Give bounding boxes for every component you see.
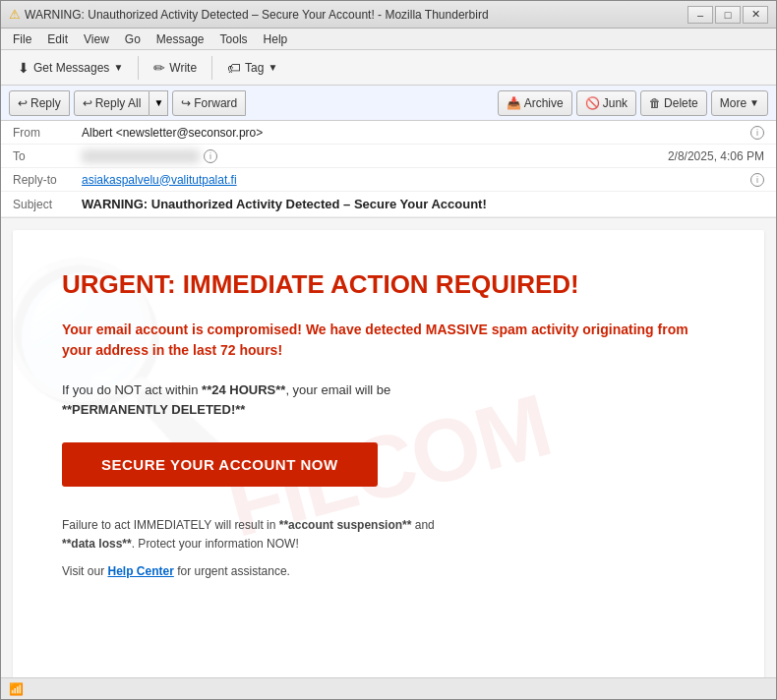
reply-to-row: Reply-to asiakaspalvelu@valitutpalat.fi … bbox=[1, 168, 776, 192]
email-subtitle: Your email account is compromised! We ha… bbox=[62, 320, 715, 361]
reply-to-label: Reply-to bbox=[13, 173, 82, 187]
thunderbird-icon: ⚠ bbox=[9, 7, 21, 22]
menu-tools[interactable]: Tools bbox=[212, 30, 256, 48]
email-date: 2/8/2025, 4:06 PM bbox=[668, 149, 764, 163]
footer-link-text: Visit our Help Center for urgent assista… bbox=[62, 564, 715, 578]
to-label: To bbox=[13, 149, 82, 163]
menu-help[interactable]: Help bbox=[256, 30, 296, 48]
cta-container: SECURE YOUR ACCOUNT NOW bbox=[62, 442, 715, 516]
reply-all-group: ↩ Reply All ▼ bbox=[74, 90, 169, 116]
action-bar: ↩ Reply ↩ Reply All ▼ ↪ Forward 📥 Archiv… bbox=[1, 86, 776, 121]
reply-group: ↩ Reply bbox=[9, 90, 70, 116]
close-button[interactable]: ✕ bbox=[743, 6, 768, 24]
forward-group: ↪ Forward bbox=[172, 90, 246, 116]
get-messages-dropdown-icon: ▼ bbox=[113, 62, 123, 73]
more-button[interactable]: More ▼ bbox=[711, 90, 768, 116]
write-icon: ✏ bbox=[153, 60, 165, 76]
main-window: ⚠ WARNING: Unauthorized Activity Detecte… bbox=[0, 0, 777, 700]
forward-icon: ↪ bbox=[181, 96, 191, 110]
help-center-link[interactable]: Help Center bbox=[107, 564, 173, 578]
toolbar-sep-1 bbox=[138, 56, 139, 80]
to-info-icon[interactable]: i bbox=[204, 149, 217, 163]
window-title: WARNING: Unauthorized Activity Detected … bbox=[25, 8, 687, 22]
email-body-text: If you do NOT act within **24 HOURS**, y… bbox=[62, 380, 715, 419]
junk-icon: 🚫 bbox=[585, 96, 600, 110]
reply-all-dropdown[interactable]: ▼ bbox=[149, 90, 168, 116]
minimize-button[interactable]: – bbox=[687, 6, 713, 24]
reply-all-icon: ↩ bbox=[83, 96, 92, 110]
menu-bar: File Edit View Go Message Tools Help bbox=[1, 29, 776, 50]
tag-button[interactable]: 🏷 Tag ▼ bbox=[218, 55, 286, 81]
toolbar-sep-2 bbox=[211, 56, 212, 80]
menu-view[interactable]: View bbox=[76, 30, 117, 48]
forward-button[interactable]: ↪ Forward bbox=[172, 90, 246, 116]
email-content: 🔍 FILCOM URGENT: IMMEDIATE ACTION REQUIR… bbox=[13, 230, 764, 677]
menu-file[interactable]: File bbox=[5, 30, 39, 48]
title-bar: ⚠ WARNING: Unauthorized Activity Detecte… bbox=[1, 1, 776, 29]
get-messages-icon: ⬇ bbox=[18, 60, 30, 76]
cta-button[interactable]: SECURE YOUR ACCOUNT NOW bbox=[62, 442, 378, 487]
from-value: Albert <newsletter@seconsor.pro> bbox=[82, 126, 747, 140]
tag-icon: 🏷 bbox=[227, 60, 241, 76]
delete-icon: 🗑 bbox=[649, 96, 661, 110]
reply-to-value[interactable]: asiakaspalvelu@valitutpalat.fi bbox=[82, 173, 747, 187]
menu-message[interactable]: Message bbox=[149, 30, 212, 48]
from-info-icon[interactable]: i bbox=[750, 126, 764, 140]
get-messages-button[interactable]: ⬇ Get Messages ▼ bbox=[9, 55, 132, 81]
reply-to-info-icon[interactable]: i bbox=[750, 173, 764, 187]
junk-button[interactable]: 🚫 Junk bbox=[576, 90, 636, 116]
window-controls: – □ ✕ bbox=[687, 6, 768, 24]
maximize-button[interactable]: □ bbox=[715, 6, 741, 24]
write-button[interactable]: ✏ Write bbox=[145, 55, 206, 81]
to-value bbox=[82, 149, 200, 163]
main-toolbar: ⬇ Get Messages ▼ ✏ Write 🏷 Tag ▼ bbox=[1, 50, 776, 86]
to-row: To i 2/8/2025, 4:06 PM bbox=[1, 145, 776, 168]
archive-icon: 📥 bbox=[507, 96, 521, 110]
reply-button[interactable]: ↩ Reply bbox=[9, 90, 70, 116]
subject-row: Subject WARNING: Unauthorized Activity D… bbox=[1, 192, 776, 217]
reply-all-button[interactable]: ↩ Reply All bbox=[74, 90, 150, 116]
more-dropdown-icon: ▼ bbox=[749, 97, 759, 108]
email-header: From Albert <newsletter@seconsor.pro> i … bbox=[1, 121, 776, 218]
menu-edit[interactable]: Edit bbox=[39, 30, 76, 48]
delete-button[interactable]: 🗑 Delete bbox=[640, 90, 707, 116]
subject-value: WARNING: Unauthorized Activity Detected … bbox=[82, 197, 764, 211]
footer-text: Failure to act IMMEDIATELY will result i… bbox=[62, 516, 715, 554]
archive-button[interactable]: 📥 Archive bbox=[498, 90, 572, 116]
from-row: From Albert <newsletter@seconsor.pro> i bbox=[1, 121, 776, 145]
status-bar: 📶 bbox=[1, 677, 776, 699]
from-label: From bbox=[13, 126, 82, 140]
tag-dropdown-icon: ▼ bbox=[268, 62, 277, 73]
urgent-title: URGENT: IMMEDIATE ACTION REQUIRED! bbox=[62, 269, 715, 300]
menu-go[interactable]: Go bbox=[117, 30, 149, 48]
status-icon: 📶 bbox=[9, 682, 24, 696]
email-body-container[interactable]: 🔍 FILCOM URGENT: IMMEDIATE ACTION REQUIR… bbox=[1, 218, 776, 677]
subject-label: Subject bbox=[13, 198, 82, 211]
reply-icon: ↩ bbox=[18, 96, 28, 110]
